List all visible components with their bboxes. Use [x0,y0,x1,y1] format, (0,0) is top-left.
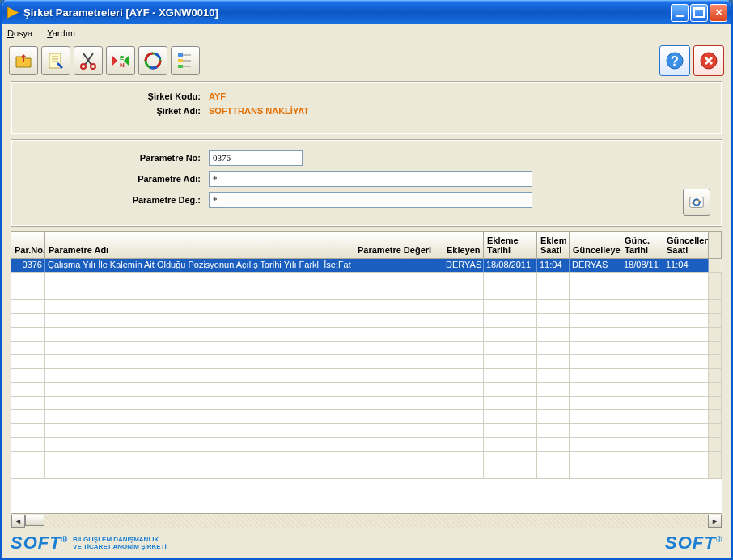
cell-gsaat: 11:04 [663,259,709,272]
scroll-left-button[interactable]: ◄ [11,515,25,528]
cell-etarih [484,397,537,409]
cell-parno [11,273,45,286]
col-gunc[interactable]: Güncelleyen [570,232,621,258]
menu-help[interactable]: Yardım [47,28,75,38]
table-row[interactable] [11,369,722,383]
close-button[interactable] [710,4,727,22]
cell-gtarih [621,369,663,382]
scroll-right-button[interactable]: ► [708,515,722,528]
col-etarih[interactable]: Ekleme Tarihi [484,232,537,258]
table-row[interactable] [11,452,722,465]
scroll-thumb[interactable] [25,515,44,526]
cell-val [354,300,443,313]
maximize-button[interactable] [690,4,708,22]
param-name-input[interactable] [209,171,532,187]
table-row[interactable] [11,342,722,355]
cell-esaat [537,328,570,341]
table-row[interactable] [11,410,722,424]
company-name-value[interactable]: SOFTTRANS NAKLİYAT [209,106,309,116]
cell-gsaat [663,314,709,327]
window-title: Şirket Parametreleri [AYF - XGNW0010] [23,6,671,19]
col-ekleyen[interactable]: Ekleyen [443,232,484,258]
cell-esaat [537,438,570,451]
cell-gunc [570,314,621,327]
menubar: Dosya Yardım [2,24,731,42]
cell-esaat [537,314,570,327]
col-name[interactable]: Parametre Adı [45,232,354,258]
refresh-button[interactable] [683,189,710,216]
table-row[interactable]: 0376Çalışma Yılı İle Kalemin Ait Olduğu … [11,259,722,273]
cell-gunc [570,410,621,423]
cell-gtarih [621,300,663,313]
table-row[interactable] [11,300,722,314]
cell-gunc [570,438,621,451]
param-value-input[interactable] [209,192,532,208]
cell-esaat [537,273,570,286]
table-row[interactable] [11,383,722,397]
col-esaat[interactable]: Eklem Saati [537,232,570,258]
filter-panel: Parametre No: Parametre Adı: Parametre D… [11,139,722,227]
svg-point-1 [81,64,86,69]
cell-gunc [570,397,621,409]
menu-file[interactable]: Dosya [7,28,32,38]
cell-esaat [537,424,570,437]
col-gtarih[interactable]: Günc. Tarihi [621,232,663,258]
help-button[interactable]: ? [659,45,690,76]
cell-ekleyen [443,300,484,313]
col-gsaat[interactable]: Güncellen Saati [663,232,709,258]
table-row[interactable] [11,355,722,369]
cell-ekleyen [443,355,484,368]
cell-esaat [537,410,570,423]
open-button[interactable] [9,46,38,75]
table-row[interactable] [11,273,722,286]
param-no-input[interactable] [209,150,303,166]
cell-gtarih [621,383,663,396]
cell-parno [11,424,45,437]
exit-button[interactable] [693,45,724,76]
cell-gtarih [621,286,663,299]
cell-ekleyen [443,397,484,409]
app-window: Şirket Parametreleri [AYF - XGNW0010] Do… [0,0,733,560]
cell-esaat [537,465,570,478]
cell-gsaat [663,273,709,286]
table-row[interactable] [11,314,722,328]
cell-parno [11,383,45,396]
notes-button[interactable] [41,46,70,75]
cell-gtarih [621,452,663,465]
table-row[interactable] [11,438,722,452]
recycle-button[interactable] [138,46,167,75]
table-row[interactable] [11,465,722,479]
svg-text:?: ? [671,54,679,68]
cell-val [354,452,443,465]
cell-gtarih [621,355,663,368]
cell-parno [11,328,45,341]
parameters-grid[interactable]: Par.No. Parametre Adı Parametre Değeri E… [11,231,722,514]
cell-etarih [484,410,537,423]
col-parno[interactable]: Par.No. [11,232,45,258]
scroll-track[interactable] [25,515,708,528]
cell-gsaat [663,410,709,423]
tree-button[interactable] [171,46,200,75]
cell-name: Çalışma Yılı İle Kalemin Ait Olduğu Pozi… [45,259,354,272]
cell-etarih [484,300,537,313]
col-value[interactable]: Parametre Değeri [354,232,443,258]
cell-name [45,397,354,409]
table-row[interactable] [11,286,722,300]
company-code-value[interactable]: AYF [209,91,226,101]
cell-etarih [484,355,537,368]
table-row[interactable] [11,328,722,342]
cell-gtarih [621,342,663,354]
cell-parno [11,355,45,368]
table-row[interactable] [11,397,722,410]
table-row[interactable] [11,424,722,438]
cell-val [354,438,443,451]
cell-gunc: DERYAS [570,259,621,272]
cell-etarih [484,369,537,382]
language-button[interactable]: EN [106,46,135,75]
cell-parno: 0376 [11,259,45,272]
cell-name [45,452,354,465]
cell-val [354,383,443,396]
minimize-button[interactable] [671,4,689,22]
grid-hscrollbar[interactable]: ◄ ► [11,514,722,528]
cut-button[interactable] [74,46,103,75]
